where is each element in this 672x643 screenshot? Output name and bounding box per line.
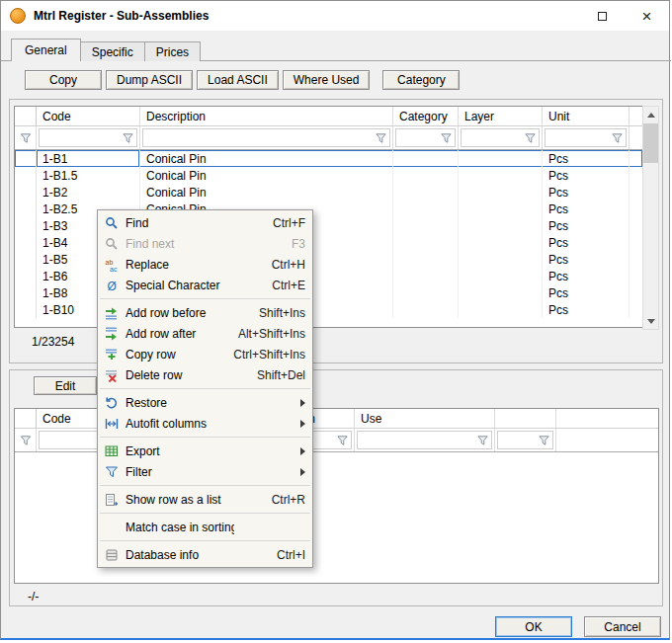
table-row[interactable]: 1-B2 Conical Pin Pcs xyxy=(15,184,642,201)
cell-category[interactable] xyxy=(393,150,459,167)
row-selector[interactable] xyxy=(15,184,37,201)
filter-cell[interactable] xyxy=(140,126,393,149)
export-menu-item[interactable]: Export xyxy=(98,441,312,461)
cancel-button[interactable]: Cancel xyxy=(584,616,661,637)
cell-code[interactable]: 1-B1.5 xyxy=(37,167,140,184)
load-ascii-button[interactable]: Load ASCII xyxy=(197,70,279,90)
row-selector[interactable] xyxy=(15,167,37,184)
add-row-before-menu-item[interactable]: Add row before Shift+Ins xyxy=(98,302,312,323)
description-column-header[interactable]: Description xyxy=(140,107,393,125)
copy-button[interactable]: Copy xyxy=(25,70,102,90)
maximize-button[interactable] xyxy=(580,1,625,31)
filter-cell[interactable] xyxy=(459,126,543,149)
row-selector[interactable] xyxy=(15,268,37,284)
cell-layer[interactable] xyxy=(459,284,543,301)
filter-cell-gutter[interactable] xyxy=(15,429,37,451)
vertical-scrollbar[interactable] xyxy=(642,106,659,330)
restore-menu-item[interactable]: Restore xyxy=(98,392,312,413)
close-button[interactable] xyxy=(625,1,669,31)
row-selector[interactable] xyxy=(15,150,37,167)
dump-ascii-button[interactable]: Dump ASCII xyxy=(106,70,193,90)
cell-layer[interactable] xyxy=(459,268,543,284)
match-case-in-sorting-menu-item[interactable]: Match case in sorting xyxy=(98,517,312,537)
filter-funnel-icon[interactable] xyxy=(522,129,539,146)
cell-layer[interactable] xyxy=(459,234,543,251)
table-row[interactable]: 1-B1 Conical Pin Pcs xyxy=(15,150,642,167)
cell-unit[interactable]: Pcs xyxy=(543,251,630,268)
filter-cell[interactable] xyxy=(393,126,459,149)
filter-funnel-icon[interactable] xyxy=(373,129,389,146)
general-tab[interactable]: General xyxy=(11,39,81,61)
cell-unit[interactable]: Pcs xyxy=(543,234,630,251)
add-row-after-menu-item[interactable]: Add row after Alt+Shift+Ins xyxy=(98,323,312,344)
database-info-menu-item[interactable]: Database info Ctrl+I xyxy=(98,544,312,565)
blank-column-header[interactable] xyxy=(495,409,556,428)
cell-category[interactable] xyxy=(393,184,459,201)
prices-tab[interactable]: Prices xyxy=(144,41,201,61)
cell-category[interactable] xyxy=(393,301,459,318)
filter-cell-gutter[interactable] xyxy=(15,126,37,149)
cell-code[interactable]: 1-B2 xyxy=(37,184,140,201)
cell-description[interactable]: Conical Pin xyxy=(140,150,393,167)
category-button[interactable]: Category xyxy=(382,70,460,90)
cell-unit[interactable]: Pcs xyxy=(543,201,630,217)
cell-unit[interactable]: Pcs xyxy=(543,268,630,284)
cell-unit[interactable]: Pcs xyxy=(543,184,630,201)
cell-code[interactable]: 1-B1 xyxy=(37,150,140,167)
unit-column-header[interactable]: Unit xyxy=(543,107,630,125)
cell-layer[interactable] xyxy=(459,251,543,268)
filter-funnel-icon[interactable] xyxy=(438,129,455,146)
cell-category[interactable] xyxy=(393,217,459,234)
copy-row-menu-item[interactable]: Copy row Ctrl+Shift+Ins xyxy=(98,344,312,364)
row-selector[interactable] xyxy=(15,301,37,318)
row-selector[interactable] xyxy=(15,284,37,301)
layer-column-header[interactable]: Layer xyxy=(459,107,543,125)
cell-category[interactable] xyxy=(393,268,459,284)
find-menu-item[interactable]: Find Ctrl+F xyxy=(98,212,312,233)
category-column-header[interactable]: Category xyxy=(393,107,459,125)
scrollbar-thumb[interactable] xyxy=(643,123,658,163)
cell-category[interactable] xyxy=(393,284,459,301)
row-selector[interactable] xyxy=(15,234,37,251)
cell-category[interactable] xyxy=(393,201,459,217)
cell-unit[interactable]: Pcs xyxy=(543,217,630,234)
code-column-header[interactable]: Code xyxy=(37,107,140,125)
table-row[interactable]: 1-B1.5 Conical Pin Pcs xyxy=(15,167,642,184)
delete-row-menu-item[interactable]: Delete row Shift+Del xyxy=(98,364,312,385)
cell-layer[interactable] xyxy=(459,201,543,217)
cell-description[interactable]: Conical Pin xyxy=(140,167,393,184)
special-character-menu-item[interactable]: Special Character Ctrl+E xyxy=(98,275,312,295)
filter-field[interactable] xyxy=(142,128,390,147)
cell-description[interactable]: Conical Pin xyxy=(140,184,393,201)
filter-funnel-icon[interactable] xyxy=(17,432,34,448)
cell-category[interactable] xyxy=(393,234,459,251)
cell-unit[interactable]: Pcs xyxy=(543,301,630,318)
cell-layer[interactable] xyxy=(459,301,543,318)
row-selector[interactable] xyxy=(15,217,37,234)
edit-button[interactable]: Edit xyxy=(34,376,97,395)
specific-tab[interactable]: Specific xyxy=(80,41,145,61)
ok-button[interactable]: OK xyxy=(495,616,572,637)
filter-funnel-icon[interactable] xyxy=(536,432,552,448)
scroll-down-button[interactable] xyxy=(643,313,658,329)
where-used-button[interactable]: Where Used xyxy=(283,70,371,90)
row-selector[interactable] xyxy=(15,201,37,217)
cell-layer[interactable] xyxy=(459,217,543,234)
filter-funnel-icon[interactable] xyxy=(334,432,351,448)
cell-layer[interactable] xyxy=(459,184,543,201)
filter-cell[interactable] xyxy=(355,429,495,451)
cell-unit[interactable]: Pcs xyxy=(543,167,630,184)
filter-funnel-icon[interactable] xyxy=(609,129,626,146)
autofit-columns-menu-item[interactable]: Autofit columns xyxy=(98,413,312,434)
cell-unit[interactable]: Pcs xyxy=(543,284,630,301)
filter-funnel-icon[interactable] xyxy=(474,432,491,448)
filter-funnel-icon[interactable] xyxy=(17,129,34,146)
filter-cell[interactable] xyxy=(543,126,630,149)
filter-funnel-icon[interactable] xyxy=(120,129,136,146)
cell-unit[interactable]: Pcs xyxy=(543,150,630,167)
row-selector[interactable] xyxy=(15,251,37,268)
scroll-up-button[interactable] xyxy=(643,107,658,122)
show-row-as-a-list-menu-item[interactable]: Show row as a list Ctrl+R xyxy=(98,489,312,510)
use-column-header[interactable]: Use xyxy=(355,409,495,428)
cell-layer[interactable] xyxy=(459,150,543,167)
